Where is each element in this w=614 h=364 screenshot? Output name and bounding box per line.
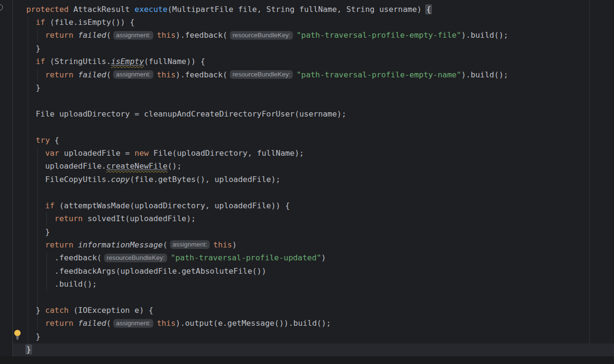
- code-token: createNewFile: [106, 161, 167, 171]
- editor-bottom-strip: [0, 356, 614, 364]
- code-token: File uploadDirectory = cleanupAndCreateD…: [17, 109, 346, 118]
- code-line[interactable]: protected AttackResult execute(Multipart…: [0, 3, 614, 16]
- code-line[interactable]: var uploadedFile = new File(uploadDirect…: [0, 147, 614, 160]
- code-token: failed: [78, 70, 106, 79]
- code-token: return: [54, 214, 83, 223]
- code-line[interactable]: return failed(assignment:this).feedback(…: [0, 68, 614, 81]
- code-line[interactable]: if (StringUtils.isEmpty(fullName)) {: [0, 55, 614, 68]
- code-line[interactable]: if (attemptWasMade(uploadDirectory, uplo…: [0, 199, 614, 212]
- code-token: (StringUtils.: [45, 57, 111, 66]
- code-token: .build();: [17, 279, 97, 289]
- code-token: execute: [135, 5, 168, 14]
- code-token: ).feedback(: [176, 70, 227, 79]
- code-token: uploadedFile =: [59, 149, 135, 158]
- code-token: copy: [111, 175, 129, 184]
- code-line[interactable]: .build();: [0, 278, 614, 290]
- code-token: protected: [26, 5, 74, 14]
- code-token: (file.isEmpty()) {: [45, 18, 134, 27]
- parameter-hint-inlay[interactable]: assignment:: [113, 319, 153, 328]
- code-token: this: [157, 31, 175, 40]
- code-line[interactable]: try {: [0, 134, 614, 147]
- code-token: return: [45, 70, 78, 79]
- code-line[interactable]: }: [0, 330, 614, 343]
- code-token: [17, 57, 35, 66]
- code-token: informationMessage: [78, 240, 162, 249]
- code-line[interactable]: if (file.isEmpty()) {: [0, 16, 614, 29]
- code-token: (MultipartFile file, String fullName, St…: [168, 5, 427, 14]
- code-token: if: [36, 18, 45, 27]
- code-token: .feedback(: [17, 253, 101, 262]
- code-token: "path-traversal-profile-updated": [171, 253, 321, 262]
- parameter-hint-inlay[interactable]: resourceBundleKey:: [230, 70, 293, 79]
- code-token: (attemptWasMade(uploadDirectory, uploade…: [54, 201, 290, 210]
- code-token: [17, 214, 54, 223]
- code-token: [17, 240, 45, 249]
- code-line[interactable]: return informationMessage(assignment:thi…: [0, 238, 614, 251]
- code-token: [17, 5, 26, 14]
- code-line[interactable]: .feedbackArgs(uploadedFile.getAbsoluteFi…: [0, 265, 614, 278]
- code-line[interactable]: [0, 120, 614, 133]
- code-line[interactable]: }: [0, 343, 614, 356]
- code-token: {: [50, 136, 59, 145]
- code-token: isEmpty: [111, 57, 144, 66]
- code-line[interactable]: }: [0, 81, 614, 94]
- code-token: ();: [167, 161, 182, 171]
- code-line[interactable]: uploadedFile.createNewFile();: [0, 160, 614, 172]
- code-token: (: [106, 31, 111, 40]
- warning-underlined-token: createNewFile: [106, 161, 167, 171]
- code-token: new: [135, 149, 149, 158]
- code-token: ).build();: [461, 31, 508, 40]
- code-line[interactable]: .feedback(resourceBundleKey:"path-traver…: [0, 251, 614, 264]
- code-line[interactable]: [0, 94, 614, 107]
- parameter-hint-inlay[interactable]: resourceBundleKey:: [230, 31, 293, 40]
- code-token: ): [321, 253, 326, 262]
- code-token: [17, 70, 45, 79]
- code-line[interactable]: return failed(assignment:this).output(e.…: [0, 317, 614, 330]
- code-line[interactable]: }: [0, 42, 614, 55]
- code-token: [17, 149, 45, 158]
- code-token: ): [232, 240, 237, 249]
- code-token: "path-traversal-profile-empty-name": [296, 70, 461, 79]
- code-line[interactable]: return solvedIt(uploadedFile);: [0, 212, 614, 225]
- code-line[interactable]: File uploadDirectory = cleanupAndCreateD…: [0, 107, 614, 120]
- intention-lightbulb-icon[interactable]: [14, 330, 21, 340]
- matched-brace: }: [25, 344, 32, 354]
- warning-underlined-token: isEmpty: [111, 57, 144, 66]
- code-token: File(uploadDirectory, fullName);: [149, 149, 304, 158]
- parameter-hint-inlay[interactable]: assignment:: [113, 31, 153, 40]
- code-line[interactable]: return failed(assignment:this).feedback(…: [0, 29, 614, 42]
- code-editor[interactable]: protected AttackResult execute(Multipart…: [0, 0, 614, 364]
- code-line[interactable]: FileCopyUtils.copy(file.getBytes(), uplo…: [0, 173, 614, 186]
- code-token: (: [106, 70, 111, 79]
- code-token: if: [36, 57, 45, 66]
- code-token: (fullName)) {: [144, 57, 205, 66]
- code-line[interactable]: } catch (IOException e) {: [0, 304, 614, 317]
- code-token: ).output(e.getMessage()).build();: [176, 319, 331, 328]
- code-token: AttackResult: [74, 5, 135, 14]
- code-token: ).build();: [461, 70, 508, 79]
- code-token: [17, 319, 45, 328]
- code-token: solvedIt(uploadedFile);: [83, 214, 195, 223]
- code-line[interactable]: [0, 186, 614, 199]
- code-token: try: [36, 136, 50, 145]
- parameter-hint-inlay[interactable]: assignment:: [113, 70, 153, 79]
- code-token: uploadedFile.: [17, 161, 106, 171]
- code-token: (IOException e) {: [69, 306, 153, 315]
- code-token: [17, 136, 35, 145]
- parameter-hint-inlay[interactable]: resourceBundleKey:: [104, 254, 168, 262]
- code-token: FileCopyUtils.: [17, 175, 111, 184]
- code-token: if: [45, 201, 54, 210]
- code-token: }: [17, 227, 50, 236]
- code-token: catch: [45, 306, 68, 315]
- parameter-hint-inlay[interactable]: assignment:: [170, 240, 210, 249]
- code-token: return: [45, 240, 78, 249]
- code-token: [17, 201, 45, 210]
- code-token: }: [17, 306, 45, 315]
- code-line[interactable]: [0, 291, 614, 304]
- code-token: failed: [78, 319, 106, 328]
- code-token: (: [163, 240, 168, 249]
- code-token: .feedbackArgs(uploadedFile.getAbsoluteFi…: [17, 267, 266, 276]
- code-line[interactable]: }: [0, 225, 614, 238]
- code-token: this: [157, 70, 175, 79]
- code-area[interactable]: protected AttackResult execute(Multipart…: [0, 3, 614, 356]
